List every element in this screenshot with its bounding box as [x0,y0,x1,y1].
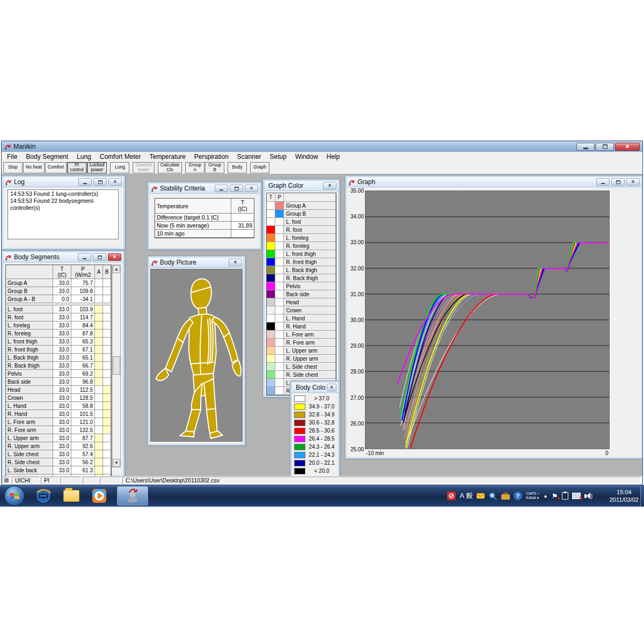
list-item[interactable]: Group B [267,210,336,218]
t-color-swatch[interactable] [267,387,275,395]
body-segments-minimize-button[interactable] [78,253,91,261]
t-color-swatch[interactable] [267,218,275,226]
list-item[interactable]: R. Hand [267,323,336,331]
t-color-swatch[interactable] [267,202,275,210]
menu-item-help[interactable]: Help [323,152,345,161]
graph-maximize-button[interactable] [611,178,625,186]
list-item[interactable]: R. Fore arm [267,339,336,347]
t-color-swatch[interactable] [267,339,275,347]
start-button[interactable] [4,486,25,506]
t-color-swatch[interactable] [267,306,275,314]
t-color-swatch[interactable] [267,331,275,339]
tray-ime-status[interactable]: CAPS ⌐KANA ▾ [526,492,539,500]
body-picture-close-button[interactable]: × [229,259,242,266]
p-color-swatch[interactable] [275,298,284,306]
p-color-swatch[interactable] [275,250,284,258]
p-color-swatch[interactable] [275,323,284,331]
p-color-swatch[interactable] [275,387,284,395]
p-color-swatch[interactable] [275,226,284,234]
app-maximize-button[interactable] [596,143,614,151]
list-item[interactable]: R. front thigh [267,258,336,266]
list-item[interactable]: Head [267,298,336,306]
p-color-swatch[interactable] [275,306,284,314]
t-color-swatch[interactable] [267,298,275,306]
p-color-swatch[interactable] [275,331,284,339]
p-color-swatch[interactable] [275,258,284,266]
t-color-swatch[interactable] [267,266,275,274]
menu-item-file[interactable]: File [3,152,21,161]
log-maximize-button[interactable] [93,178,107,186]
list-item[interactable]: L. Hand [267,314,336,323]
menu-item-comfort-meter[interactable]: Comfort Meter [96,152,145,161]
p-color-swatch[interactable] [275,242,284,250]
tray-mail-icon[interactable] [477,492,485,500]
p-color-swatch[interactable] [275,210,284,218]
p-color-swatch[interactable] [275,274,284,282]
t-color-swatch[interactable] [267,282,275,290]
p-color-swatch[interactable] [275,339,284,347]
scrollbar-thumb[interactable] [113,356,120,375]
t-color-swatch[interactable] [267,371,275,379]
toolbar-button-calculate-clo[interactable]: Calculate Clo [158,162,182,173]
list-item[interactable]: L. front thigh [267,250,336,258]
p-color-swatch[interactable] [275,218,284,226]
tray-antivirus-icon[interactable] [447,492,456,500]
tray-ime-indicator[interactable]: A 般 [459,491,473,501]
menu-item-setup[interactable]: Setup [266,152,291,161]
list-item[interactable]: Back side [267,290,336,298]
body-segments-maximize-button[interactable] [93,253,106,261]
toolbar-button-stop[interactable]: Stop [3,162,23,173]
list-item[interactable]: L. foreleg [267,234,336,242]
body-color-close-button[interactable]: × [327,384,336,391]
toolbar-button-pi-control[interactable]: PI control [67,162,86,173]
taskbar-folder-icon[interactable] [62,487,80,505]
list-item[interactable]: L. Side chest [267,363,336,371]
graph-close-button[interactable]: × [626,178,640,186]
toolbar-button-group-b[interactable]: Group B [205,162,224,173]
t-color-swatch[interactable] [267,250,275,258]
menu-item-lung[interactable]: Lung [72,152,96,161]
stability-close-button[interactable]: × [245,185,258,192]
t-color-swatch[interactable] [267,234,275,242]
t-color-swatch[interactable] [267,379,275,387]
toolbar-button-comfort[interactable]: Comfort [45,162,67,173]
tray-show-hidden-icon[interactable]: ▲ [543,493,548,499]
list-item[interactable]: R. Side chest [267,371,336,379]
list-item[interactable]: Crown [267,306,336,314]
t-color-swatch[interactable] [267,355,275,363]
t-color-swatch[interactable] [267,258,275,266]
toolbar-button-lung[interactable]: Lung [110,162,129,173]
p-color-swatch[interactable] [275,355,284,363]
taskbar-manikin-app-button[interactable] [117,486,148,506]
list-item[interactable]: L. foot [267,218,336,226]
toolbar-button-graph[interactable]: Graph [250,162,269,173]
menu-item-scanner[interactable]: Scanner [233,152,266,161]
list-item[interactable]: R. foreleg [267,242,336,250]
stability-maximize-button[interactable] [230,185,243,192]
tray-volume-icon[interactable]: ) [584,493,592,499]
menu-item-temperature[interactable]: Temperature [145,152,189,161]
scroll-down-icon[interactable]: ▼ [113,459,120,467]
tray-action-center-icon[interactable]: ⚑ [552,492,558,500]
list-item[interactable]: L. Upper arm [267,347,336,355]
p-color-swatch[interactable] [275,234,284,242]
t-color-swatch[interactable] [267,323,275,331]
t-color-swatch[interactable] [267,274,275,282]
p-color-swatch[interactable] [275,282,284,290]
tray-search-icon[interactable] [489,492,497,500]
t-color-swatch[interactable] [267,226,275,234]
toolbar-button-locked-power[interactable]: Locked power [87,162,107,173]
log-list[interactable]: 14:53:53 Found 1 lung-controller(s)14:53… [8,189,119,239]
t-color-swatch[interactable] [267,314,275,323]
body-segments-scrollbar[interactable]: ▲ ▼ [112,265,121,467]
t-color-swatch[interactable] [267,242,275,250]
t-color-swatch[interactable] [267,363,275,371]
p-color-swatch[interactable] [275,314,284,323]
t-color-swatch[interactable] [267,210,275,218]
app-close-button[interactable]: × [615,143,640,151]
scroll-up-icon[interactable]: ▲ [113,265,120,273]
tray-clipboard-icon[interactable] [562,492,568,500]
t-color-swatch[interactable] [267,290,275,298]
t-color-swatch[interactable] [267,347,275,355]
list-item[interactable]: Pelvis [267,282,336,290]
